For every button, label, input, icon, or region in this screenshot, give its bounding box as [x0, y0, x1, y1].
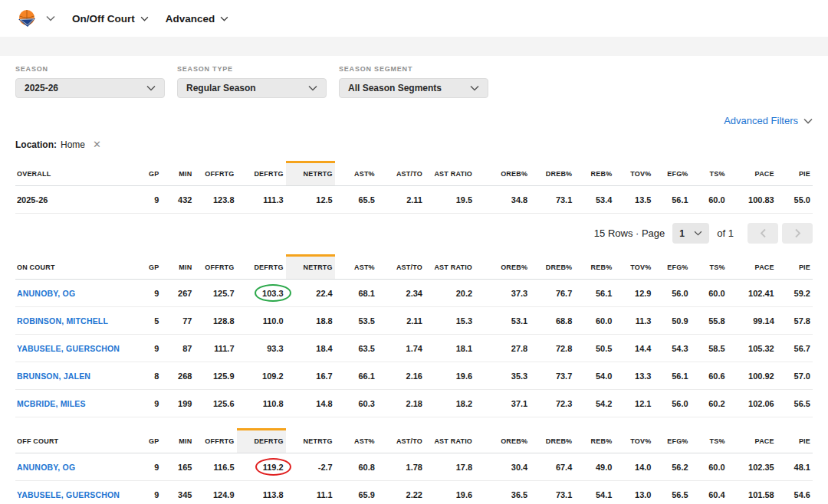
column-header-ast-ratio[interactable]: AST RATIO	[425, 254, 475, 280]
cell-dreb-: 72.8	[530, 335, 574, 362]
column-header-dreb-[interactable]: DREB%	[530, 161, 574, 186]
column-header-pie[interactable]: PIE	[777, 161, 813, 186]
column-header-pie[interactable]: PIE	[777, 428, 813, 453]
next-page-button[interactable]	[782, 223, 813, 244]
cell-offrtg: 111.7	[194, 335, 236, 362]
column-header-reb-[interactable]: REB%	[574, 254, 614, 280]
column-header-gp[interactable]: GP	[125, 161, 161, 186]
cell-ast-: 68.1	[335, 280, 377, 307]
column-header-pace[interactable]: PACE	[728, 254, 777, 280]
season-filter-label: SEASON	[15, 65, 165, 73]
player-link-yabusele-guerschon[interactable]: YABUSELE, GUERSCHON	[17, 490, 120, 499]
cell-min: 199	[161, 390, 194, 417]
cell-tov-: 12.9	[614, 280, 653, 307]
column-header-ast-ratio[interactable]: AST RATIO	[425, 428, 475, 453]
column-header-ast-to[interactable]: AST/TO	[377, 428, 425, 453]
table-row: YABUSELE, GUERSCHON987111.793.318.463.51…	[15, 335, 813, 362]
player-link-robinson-mitchell[interactable]: ROBINSON, MITCHELL	[17, 316, 108, 326]
row-name-cell: MCBRIDE, MILES	[15, 390, 125, 417]
column-header-efg-[interactable]: EFG%	[653, 161, 690, 186]
column-header-ast-[interactable]: AST%	[335, 254, 377, 280]
season-type-filter: SEASON TYPE Regular Season	[177, 65, 327, 98]
column-header-ast-[interactable]: AST%	[335, 428, 377, 453]
cell-netrtg: 11.1	[286, 481, 335, 504]
column-header-netrtg[interactable]: NETRTG	[286, 161, 335, 186]
cell-pace: 102.41	[728, 280, 777, 307]
column-header-ts-[interactable]: TS%	[691, 428, 728, 453]
cell-ast-ratio: 20.2	[425, 280, 475, 307]
table-title-on-court[interactable]: ON COURT	[15, 254, 125, 280]
table-title-off-court[interactable]: OFF COURT	[15, 428, 125, 453]
column-header-ast-to[interactable]: AST/TO	[377, 161, 425, 186]
cell-min: 268	[161, 362, 194, 390]
column-header-ts-[interactable]: TS%	[691, 254, 728, 280]
cell-efg-: 56.1	[653, 186, 690, 214]
chevron-down-icon	[803, 118, 813, 124]
player-link-yabusele-guerschon[interactable]: YABUSELE, GUERSCHON	[17, 344, 120, 353]
cell-ast-to: 1.78	[377, 453, 425, 481]
cell-ast-: 60.8	[335, 453, 377, 481]
column-header-gp[interactable]: GP	[125, 254, 161, 280]
knicks-logo[interactable]	[17, 8, 37, 28]
column-header-oreb-[interactable]: OREB%	[475, 161, 530, 186]
player-link-anunoby-og[interactable]: ANUNOBY, OG	[17, 463, 75, 472]
column-header-offrtg[interactable]: OFFRTG	[194, 254, 236, 280]
cell-min: 267	[161, 280, 194, 307]
column-header-defrtg[interactable]: DEFRTG	[237, 428, 286, 453]
column-header-reb-[interactable]: REB%	[574, 161, 614, 186]
cell-tov-: 13.0	[614, 481, 653, 504]
column-header-pie[interactable]: PIE	[777, 254, 813, 280]
table-title-overall[interactable]: OVERALL	[15, 161, 125, 186]
cell-reb-: 54.0	[574, 362, 614, 390]
cell-ast-ratio: 17.8	[425, 453, 475, 481]
column-header-oreb-[interactable]: OREB%	[475, 254, 530, 280]
cell-ts-: 60.0	[691, 280, 728, 307]
column-header-pace[interactable]: PACE	[728, 161, 777, 186]
column-header-tov-[interactable]: TOV%	[614, 161, 653, 186]
player-link-mcbride-miles[interactable]: MCBRIDE, MILES	[17, 399, 86, 408]
column-header-efg-[interactable]: EFG%	[653, 254, 690, 280]
column-header-dreb-[interactable]: DREB%	[530, 254, 574, 280]
column-header-defrtg[interactable]: DEFRTG	[237, 254, 286, 280]
season-segment-select[interactable]: All Season Segments	[339, 78, 488, 98]
column-header-min[interactable]: MIN	[161, 428, 194, 453]
column-header-ast-ratio[interactable]: AST RATIO	[425, 161, 475, 186]
column-header-defrtg[interactable]: DEFRTG	[237, 161, 286, 186]
nav-advanced-menu[interactable]: Advanced	[166, 13, 229, 25]
column-header-ast-to[interactable]: AST/TO	[377, 254, 425, 280]
column-header-tov-[interactable]: TOV%	[614, 254, 653, 280]
prev-page-button[interactable]	[748, 223, 778, 244]
column-header-ast-[interactable]: AST%	[335, 161, 377, 186]
remove-filter-icon[interactable]: ✕	[93, 139, 101, 150]
column-header-offrtg[interactable]: OFFRTG	[194, 161, 236, 186]
team-chevron-down-icon[interactable]	[46, 15, 55, 21]
column-header-netrtg[interactable]: NETRTG	[286, 254, 335, 280]
column-header-oreb-[interactable]: OREB%	[475, 428, 530, 453]
cell-min: 87	[161, 335, 194, 362]
column-header-gp[interactable]: GP	[125, 428, 161, 453]
column-header-efg-[interactable]: EFG%	[653, 428, 690, 453]
nav-onoff-court-menu[interactable]: On/Off Court	[72, 13, 149, 25]
column-header-pace[interactable]: PACE	[728, 428, 777, 453]
column-header-ts-[interactable]: TS%	[691, 161, 728, 186]
advanced-filters-link[interactable]: Advanced Filters	[15, 115, 813, 126]
column-header-offrtg[interactable]: OFFRTG	[194, 428, 236, 453]
column-header-tov-[interactable]: TOV%	[614, 428, 653, 453]
season-select[interactable]: 2025-26	[15, 78, 165, 98]
divider-band	[0, 37, 828, 56]
column-header-min[interactable]: MIN	[161, 254, 194, 280]
page-number-select[interactable]: 1	[672, 223, 709, 244]
player-link-anunoby-og[interactable]: ANUNOBY, OG	[17, 289, 75, 298]
column-header-netrtg[interactable]: NETRTG	[286, 428, 335, 453]
cell-oreb-: 34.8	[475, 186, 530, 214]
season-type-select[interactable]: Regular Season	[177, 78, 327, 98]
cell-ts-: 60.0	[691, 186, 728, 214]
column-header-dreb-[interactable]: DREB%	[530, 428, 574, 453]
cell-pie: 57.0	[777, 362, 813, 390]
column-header-min[interactable]: MIN	[161, 161, 194, 186]
column-header-reb-[interactable]: REB%	[574, 428, 614, 453]
player-link-brunson-jalen[interactable]: BRUNSON, JALEN	[17, 371, 90, 381]
cell-netrtg: -2.7	[286, 453, 335, 481]
row-name-cell: 2025-26	[15, 186, 125, 214]
cell-tov-: 12.1	[614, 390, 653, 417]
